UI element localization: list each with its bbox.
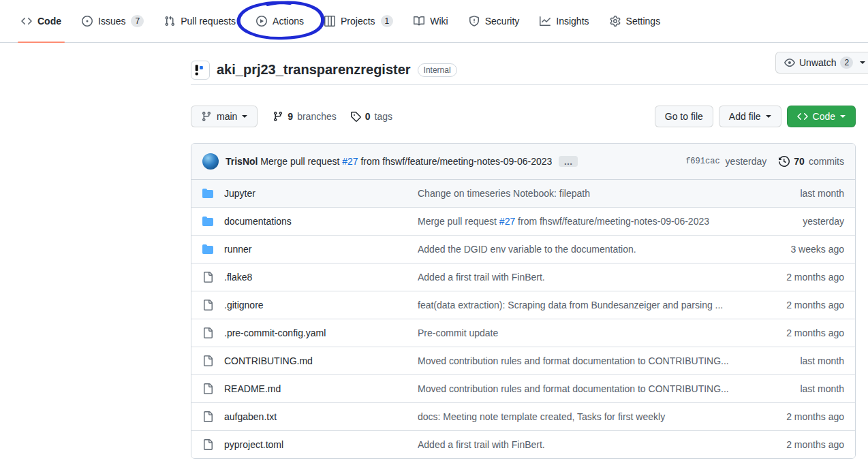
file-commit-message[interactable]: Added a first trail with FinBert. <box>418 272 753 283</box>
tab-insights[interactable]: Insights <box>529 0 599 42</box>
pull-request-link[interactable]: #27 <box>342 156 358 167</box>
commit-author-link[interactable]: TrisNol <box>226 156 258 167</box>
tab-security[interactable]: Security <box>459 0 530 42</box>
file-commit-message[interactable]: feat(data extraction): Scraping data fro… <box>418 300 753 310</box>
tab-label: Code <box>37 16 61 27</box>
chevron-down-icon <box>242 115 247 118</box>
file-commit-date[interactable]: 2 months ago <box>764 411 844 422</box>
commit-message-text: from fhswf/feature/meeting-notes-09-06-2… <box>360 156 552 167</box>
tab-projects[interactable]: Projects1 <box>314 0 403 42</box>
chevron-down-icon <box>766 115 771 118</box>
repo-main: aki_prj23_transparenzregister Internal m… <box>191 43 856 459</box>
issue-opened-icon <box>82 16 93 27</box>
file-name-link[interactable]: CONTRIBUTING.md <box>224 355 407 366</box>
tab-wiki[interactable]: Wiki <box>403 0 458 42</box>
file-commit-date[interactable]: last month <box>764 383 844 394</box>
file-name-link[interactable]: pyproject.toml <box>224 439 407 450</box>
git-branch-icon <box>273 111 283 122</box>
file-commit-message[interactable]: docs: Meeting note template created, Tas… <box>418 411 753 422</box>
file-commit-date[interactable]: yesterday <box>764 216 844 227</box>
file-name-link[interactable]: .gitignore <box>224 300 407 310</box>
commits-count: 70 <box>794 156 805 167</box>
latest-commit-message: TrisNol Merge pull request #27 from fhsw… <box>226 156 552 167</box>
file-row: .flake8Added a first trail with FinBert.… <box>191 263 855 291</box>
tab-label: Pull requests <box>181 16 236 27</box>
file-commit-message[interactable]: Moved contribution rules and format docu… <box>418 355 753 366</box>
branches-link[interactable]: 9 branches <box>273 111 336 122</box>
file-list: JupyterChange on timeseries Notebook: fi… <box>191 180 855 458</box>
file-commit-message[interactable]: Added a first trail with FinBert. <box>418 439 753 450</box>
org-avatar[interactable] <box>191 61 210 80</box>
file-name-link[interactable]: documentations <box>224 216 407 227</box>
commit-author-avatar[interactable] <box>202 153 219 170</box>
graph-icon <box>540 16 551 27</box>
repo-header: aki_prj23_transparenzregister Internal <box>191 43 856 85</box>
file-commit-date[interactable]: 2 months ago <box>764 300 844 310</box>
tab-counter-badge: 7 <box>131 15 144 27</box>
toolbar-right: Go to file Add file Code <box>655 106 856 127</box>
tab-actions[interactable]: Actions <box>246 0 314 42</box>
file-commit-message[interactable]: Added the DGID env variable to the docum… <box>418 244 753 255</box>
add-file-button[interactable]: Add file <box>719 106 781 127</box>
file-commit-date[interactable]: last month <box>764 355 844 366</box>
tab-code[interactable]: Code <box>11 0 72 42</box>
chevron-down-icon <box>840 115 846 118</box>
commit-message-expand-button[interactable]: … <box>559 156 578 167</box>
file-name-link[interactable]: Jupyter <box>224 188 407 199</box>
folder-icon <box>202 188 213 199</box>
commit-history-link[interactable]: 70 commits <box>779 156 844 167</box>
file-commit-date[interactable]: last month <box>764 188 844 199</box>
file-icon <box>202 439 213 450</box>
file-row: JupyterChange on timeseries Notebook: fi… <box>191 180 855 207</box>
file-icon <box>202 383 213 394</box>
branches-count: 9 <box>288 111 293 122</box>
history-icon <box>779 156 790 167</box>
file-commit-message[interactable]: Moved contribution rules and format docu… <box>418 383 753 394</box>
tab-issues[interactable]: Issues7 <box>72 0 154 42</box>
file-commit-message[interactable]: Merge pull request #27 from fhswf/featur… <box>418 216 753 227</box>
go-to-file-button[interactable]: Go to file <box>655 106 713 127</box>
org-logo-icon <box>194 64 206 76</box>
file-commit-date[interactable]: 2 months ago <box>764 439 844 450</box>
commit-time: yesterday <box>726 156 767 167</box>
file-commit-message[interactable]: Pre-commit update <box>418 328 753 338</box>
git-pull-request-icon <box>164 16 175 27</box>
commit-meta: f691cac yesterday 70 commits <box>685 156 844 167</box>
branch-selector-button[interactable]: main <box>191 106 258 127</box>
code-button[interactable]: Code <box>787 106 856 127</box>
chevron-down-icon <box>860 61 865 64</box>
file-commit-date[interactable]: 2 months ago <box>764 328 844 338</box>
tags-link[interactable]: 0 tags <box>350 111 392 122</box>
file-name-link[interactable]: runner <box>224 244 407 255</box>
tab-settings[interactable]: Settings <box>600 0 671 42</box>
file-name-link[interactable]: aufgaben.txt <box>224 411 407 422</box>
file-row: runnerAdded the DGID env variable to the… <box>191 235 855 263</box>
file-browser: TrisNol Merge pull request #27 from fhsw… <box>191 143 856 459</box>
file-name-link[interactable]: .pre-commit-config.yaml <box>224 328 407 338</box>
branches-label: branches <box>297 111 337 122</box>
commit-message-text: from fhswf/feature/meeting-notes-09-06-2… <box>518 216 709 227</box>
folder-icon <box>202 216 213 227</box>
file-name-link[interactable]: README.md <box>224 383 407 394</box>
file-row: .gitignorefeat(data extraction): Scrapin… <box>191 291 855 319</box>
play-icon <box>256 16 267 27</box>
file-row: pyproject.tomlAdded a first trail with F… <box>191 430 855 458</box>
tab-counter-badge: 1 <box>381 15 394 27</box>
file-name-link[interactable]: .flake8 <box>224 272 407 283</box>
git-branch-icon <box>201 111 212 122</box>
file-icon <box>202 272 213 283</box>
file-commit-date[interactable]: 2 months ago <box>764 272 844 283</box>
latest-commit-bar: TrisNol Merge pull request #27 from fhsw… <box>191 144 855 180</box>
file-commit-message[interactable]: Change on timeseries Notebook: filepath <box>418 188 753 199</box>
tags-count: 0 <box>365 111 371 122</box>
tab-pull-requests[interactable]: Pull requests <box>154 0 246 42</box>
tab-label: Insights <box>556 16 589 27</box>
file-row: CONTRIBUTING.mdMoved contribution rules … <box>191 347 855 374</box>
folder-icon <box>202 244 213 255</box>
pull-request-link[interactable]: #27 <box>499 216 515 227</box>
tab-label: Projects <box>341 16 375 27</box>
code-icon <box>797 111 808 122</box>
file-commit-date[interactable]: 3 weeks ago <box>764 244 844 255</box>
commit-sha-link[interactable]: f691cac <box>685 157 719 166</box>
file-row: .pre-commit-config.yamlPre-commit update… <box>191 319 855 347</box>
